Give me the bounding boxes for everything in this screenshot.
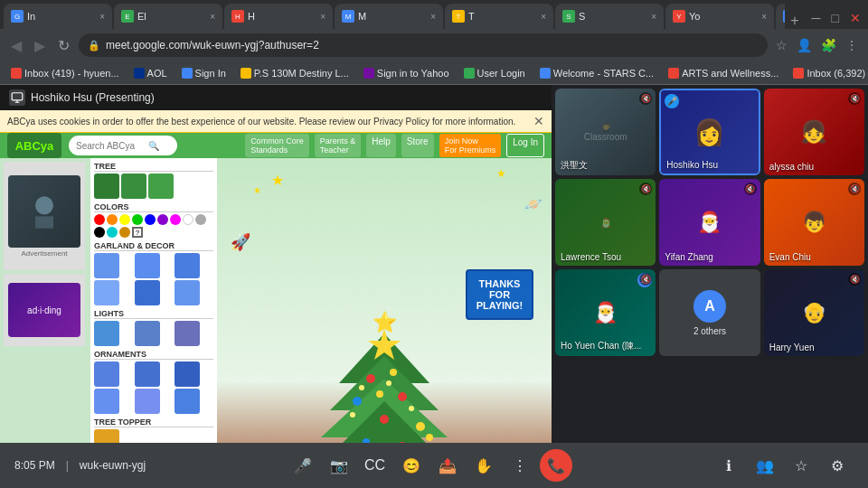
minimize-button[interactable]: ─ [808, 7, 825, 29]
tree-option-2[interactable] [121, 174, 146, 199]
tree-option-1[interactable] [94, 174, 119, 199]
nav-login[interactable]: Log In [506, 134, 544, 157]
camera-button[interactable]: 📷 [323, 449, 355, 482]
meet-controls-bar: 8:05 PM | wuk-euwn-ygj 🎤 📷 CC 😊 📤 ✋ ⋮ 📞 … [0, 443, 868, 488]
right-controls: ℹ 👥 ☆ ⚙ [712, 449, 854, 482]
tab-yo[interactable]: YYo× [665, 4, 774, 29]
garland-item-4[interactable] [94, 280, 119, 305]
new-tab-button[interactable]: + [785, 13, 804, 29]
nav-join-premium[interactable]: Join NowFor Premiums [439, 134, 502, 157]
topper-item-1[interactable] [94, 429, 119, 443]
reload-button[interactable]: ↻ [54, 33, 73, 58]
color-yellow[interactable] [119, 214, 130, 225]
forward-button[interactable]: ▶ [31, 33, 49, 58]
mic-off-chan: 🔇 [639, 273, 652, 286]
present-button[interactable]: 📤 [431, 449, 464, 482]
tab-el[interactable]: EEl× [114, 4, 222, 29]
color-purple[interactable] [157, 214, 168, 225]
participant-name-hong: 洪聖文 [561, 159, 588, 172]
tab-m[interactable]: MM× [335, 4, 443, 29]
abcya-header: ABCya 🔍 Common CoreStandards Parents &Te… [0, 133, 552, 158]
cookie-close-button[interactable]: ✕ [533, 114, 544, 128]
garland-item-1[interactable] [94, 253, 119, 278]
host-controls-button[interactable]: ⚙ [821, 449, 854, 482]
ctrl-section-ornaments: ORNAMENTS [94, 350, 213, 414]
emoji-button[interactable]: 😊 [395, 449, 428, 482]
tab-in[interactable]: GIn× [4, 4, 112, 29]
activities-button[interactable]: ☆ [785, 449, 817, 482]
bookmark-aol[interactable]: AOL [130, 66, 171, 80]
more-options-meet-button[interactable]: ⋮ [504, 449, 536, 482]
maximize-button[interactable]: □ [828, 7, 843, 29]
color-green[interactable] [132, 214, 143, 225]
nav-help[interactable]: Help [366, 134, 396, 157]
captions-button[interactable]: CC [359, 449, 392, 482]
abcya-search-box[interactable]: 🔍 [69, 136, 177, 155]
bookmark-inbox[interactable]: Inbox (419) - hyuen... [7, 66, 123, 80]
close-window-button[interactable]: ✕ [846, 7, 864, 29]
svg-point-15 [416, 422, 425, 431]
tab-h[interactable]: HH× [224, 4, 333, 29]
nav-parents[interactable]: Parents &Teacher [315, 134, 362, 157]
mic-off-alyssa: 🔇 [848, 92, 861, 105]
ornament-3[interactable] [175, 361, 200, 387]
more-options-button[interactable]: ⋮ [843, 35, 861, 55]
back-button[interactable]: ◀ [7, 33, 25, 58]
mic-off-lawrence: 🔇 [639, 183, 652, 195]
bookmark-arts[interactable]: ARTS and Wellness... [665, 66, 782, 80]
mic-button[interactable]: 🎤 [287, 449, 319, 482]
lights-item-2[interactable] [135, 321, 160, 346]
extensions-button[interactable]: 🧩 [818, 35, 839, 55]
svg-point-25 [409, 406, 414, 411]
bookmark-ps130m[interactable]: P.S 130M Destiny L... [237, 66, 353, 80]
abcya-logo[interactable]: ABCya [7, 133, 61, 158]
garland-item-6[interactable] [175, 280, 200, 305]
nav-common-core[interactable]: Common CoreStandards [245, 134, 309, 157]
bookmark-stars[interactable]: Welcome - STARS C... [536, 66, 657, 80]
tab-s[interactable]: SS× [555, 4, 664, 29]
color-white[interactable] [183, 214, 193, 225]
bookmark-inbox2[interactable]: Inbox (6,392) - hyu... [789, 66, 868, 80]
color-gray[interactable] [195, 214, 206, 225]
ornament-5[interactable] [135, 389, 160, 414]
video-row-1: 👨‍🎓Classroom 洪聖文 🔇 👩 🎤 Hoshiko Hsu [555, 89, 864, 175]
cookie-banner: ABCya uses cookies in order to offer the… [0, 110, 552, 133]
bookmark-user-login[interactable]: User Login [460, 66, 529, 80]
bookmark-signin[interactable]: Sign In [178, 66, 230, 80]
garland-item-5[interactable] [135, 280, 160, 305]
tree-option-3[interactable] [148, 174, 174, 199]
ornament-2[interactable] [135, 361, 160, 387]
color-orange[interactable] [107, 214, 118, 225]
bookmark-yahoo[interactable]: Sign in to Yahoo [360, 66, 453, 80]
garland-item-2[interactable] [135, 253, 160, 278]
ornament-4[interactable] [94, 389, 119, 414]
color-brown[interactable] [119, 227, 130, 238]
lights-item-3[interactable] [175, 321, 200, 346]
tab-t[interactable]: TT× [445, 4, 553, 29]
color-pink[interactable] [170, 214, 181, 225]
color-red[interactable] [94, 214, 105, 225]
planet-decoration: 🪐 [524, 195, 542, 212]
end-call-button[interactable]: 📞 [540, 449, 572, 482]
color-black[interactable] [94, 227, 105, 238]
garland-item-3[interactable] [175, 253, 200, 278]
color-blue[interactable] [145, 214, 156, 225]
bookmarks-bar: Inbox (419) - hyuen... AOL Sign In P.S 1… [0, 61, 868, 85]
control-buttons: 🎤 📷 CC 😊 📤 ✋ ⋮ 📞 [153, 449, 705, 482]
profile-button[interactable]: 👤 [794, 35, 815, 55]
hand-raise-button[interactable]: ✋ [467, 449, 500, 482]
tab-v[interactable]: VV× [776, 4, 785, 29]
svg-point-11 [398, 392, 407, 401]
people-button[interactable]: 👥 [749, 449, 781, 482]
abcya-search-input[interactable] [76, 141, 148, 151]
color-picker-button[interactable]: ? [132, 227, 143, 238]
nav-store[interactable]: Store [401, 134, 434, 157]
address-bar[interactable]: 🔒 meet.google.com/wuk-euwn-ygj?authuser=… [79, 33, 768, 57]
bookmark-star-button[interactable]: ☆ [773, 35, 790, 55]
ornament-6[interactable] [175, 389, 200, 414]
color-cyan[interactable] [107, 227, 118, 238]
lights-item-1[interactable] [94, 321, 119, 346]
address-text: meet.google.com/wuk-euwn-ygj?authuser=2 [106, 39, 759, 52]
info-button[interactable]: ℹ [712, 449, 745, 482]
ornament-1[interactable] [94, 361, 119, 387]
